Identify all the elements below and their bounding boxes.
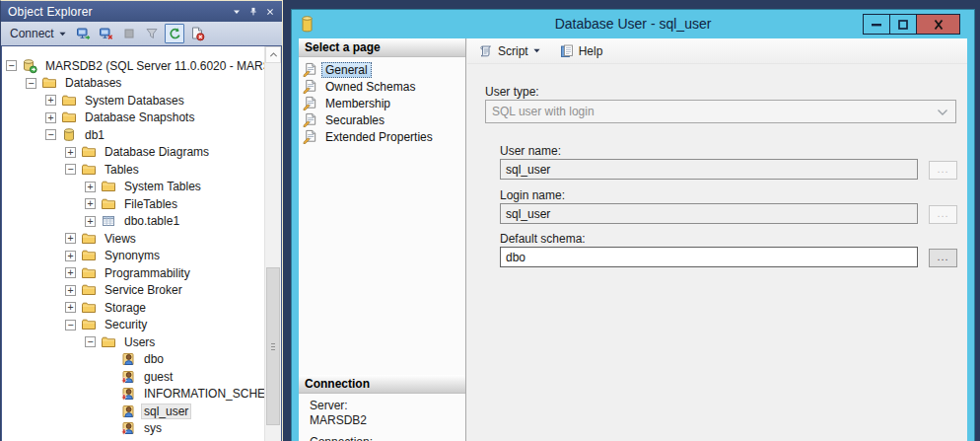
tree-item-label: sys: [141, 420, 165, 436]
page-item-membership[interactable]: Membership: [299, 95, 465, 111]
page-item-extended-properties[interactable]: Extended Properties: [299, 128, 465, 145]
tree-item-database-snapshots[interactable]: +Database Snapshots: [2, 110, 264, 127]
expand-toggle[interactable]: −: [45, 129, 56, 140]
expand-toggle[interactable]: +: [85, 198, 96, 209]
tree-item-programmability[interactable]: +Programmability: [2, 264, 264, 282]
connect-server-icon[interactable]: [74, 24, 94, 43]
tree-item-tables[interactable]: −Tables: [2, 161, 264, 179]
close-icon[interactable]: [261, 4, 278, 20]
close-button[interactable]: [916, 14, 960, 35]
expand-toggle[interactable]: −: [65, 320, 76, 331]
tree-item-guest[interactable]: guest: [2, 368, 264, 386]
script-label: Script: [498, 44, 528, 58]
expand-toggle[interactable]: +: [65, 285, 76, 296]
expand-toggle[interactable]: +: [85, 216, 96, 227]
script-error-icon[interactable]: [187, 24, 207, 43]
expand-toggle[interactable]: −: [6, 60, 17, 71]
folder-icon: [81, 265, 97, 281]
window-position-chevron-icon[interactable]: [228, 4, 245, 20]
tree-item-information-schema[interactable]: INFORMATION_SCHEMA: [2, 386, 264, 404]
tree-item-dbo[interactable]: dbo: [2, 351, 264, 369]
tree-item-synonyms[interactable]: +Synonyms: [2, 248, 264, 265]
expand-toggle[interactable]: +: [45, 112, 56, 123]
tree-item-users[interactable]: −Users: [2, 333, 264, 351]
tree-item-label: dbo.table1: [121, 213, 182, 229]
tree-item-db1[interactable]: −db1: [2, 126, 264, 144]
maximize-button[interactable]: [889, 14, 917, 35]
chevron-down-icon: [58, 31, 67, 37]
tree-item-label: guest: [141, 369, 175, 385]
tree-item-label: dbo: [141, 351, 167, 367]
database-user-dialog: Database User - sql_user Select a page G…: [292, 10, 974, 441]
scrollbar-up-arrow-icon[interactable]: [265, 46, 281, 63]
tree-vertical-scrollbar[interactable]: [264, 46, 281, 441]
tree-item-label: Databases: [62, 75, 124, 91]
dialog-titlebar[interactable]: Database User - sql_user: [292, 10, 974, 38]
folder-icon: [101, 334, 116, 350]
disconnect-server-icon[interactable]: [97, 24, 116, 43]
default-schema-browse-button[interactable]: ...: [929, 249, 957, 267]
user-type-value: SQL user with login: [492, 105, 595, 118]
page-item-label: Extended Properties: [321, 129, 437, 145]
tree-item-system-tables[interactable]: +System Tables: [2, 179, 264, 196]
page-icon: [303, 79, 318, 95]
connect-button[interactable]: Connect: [6, 25, 71, 42]
folder-icon: [81, 282, 97, 298]
expand-toggle[interactable]: −: [26, 78, 36, 89]
expand-toggle[interactable]: +: [45, 95, 56, 106]
chevron-down-icon: [532, 47, 541, 54]
dialog-body: Select a page GeneralOwned SchemasMember…: [299, 38, 967, 441]
scrollbar-grip: [271, 343, 275, 351]
user-type-dropdown: SQL user with login: [485, 100, 956, 123]
default-schema-input[interactable]: [500, 247, 918, 267]
tree-item-label: Security: [102, 317, 150, 332]
page-item-general[interactable]: General: [299, 61, 465, 78]
expand-toggle[interactable]: −: [85, 336, 96, 347]
connection-section: Connection: [299, 375, 465, 394]
user-icon: [120, 404, 136, 419]
expand-toggle[interactable]: +: [85, 182, 96, 192]
minimize-button[interactable]: [863, 14, 890, 35]
tree-item-views[interactable]: +Views: [2, 230, 264, 248]
tree-item-label: FileTables: [121, 196, 180, 212]
expand-toggle[interactable]: +: [65, 302, 76, 313]
pin-icon[interactable]: [245, 4, 261, 20]
folder-icon: [41, 75, 57, 91]
expand-toggle[interactable]: +: [65, 251, 76, 261]
user-x-icon: [120, 420, 136, 436]
tree-item-security[interactable]: −Security: [2, 317, 264, 334]
stop-icon: [119, 24, 139, 43]
default-schema-label: Default schema:: [500, 232, 586, 246]
refresh-icon[interactable]: [165, 24, 184, 43]
object-explorer-toolbar: Connect: [1, 22, 282, 45]
tree-item-filetables[interactable]: +FileTables: [2, 195, 264, 213]
expand-toggle[interactable]: +: [65, 147, 76, 158]
script-button[interactable]: Script: [473, 41, 546, 61]
folder-icon: [61, 110, 77, 125]
scrollbar-thumb[interactable]: [266, 267, 280, 425]
user-x-icon: [120, 369, 136, 385]
tree-item-label: Synonyms: [102, 248, 163, 263]
page-item-owned-schemas[interactable]: Owned Schemas: [299, 78, 465, 95]
tree-item-sys[interactable]: sys: [2, 420, 264, 438]
tree-item-dbo-table1[interactable]: +dbo.table1: [2, 213, 264, 231]
tree-item-service-broker[interactable]: +Service Broker: [2, 282, 264, 300]
tree-item-databases[interactable]: −Databases: [2, 75, 264, 93]
tree-item-storage[interactable]: +Storage: [2, 299, 264, 317]
tree-item-marsdb2-sql-server-11-0-6020-marsd[interactable]: −MARSDB2 (SQL Server 11.0.6020 - MARSD: [2, 57, 264, 75]
page-icon: [303, 62, 318, 78]
tree-item-sql-user[interactable]: sql_user: [2, 403, 264, 420]
expand-toggle[interactable]: +: [65, 233, 76, 244]
database-icon: [61, 127, 77, 143]
object-explorer-panel: Object Explorer Connect −MARSDB2 (SQL Se…: [0, 0, 283, 441]
tree-item-system-databases[interactable]: +System Databases: [2, 92, 264, 110]
page-item-securables[interactable]: Securables: [299, 111, 465, 128]
expand-toggle[interactable]: −: [65, 164, 76, 175]
folder-icon: [81, 248, 97, 263]
database-cylinder-icon: [301, 15, 314, 34]
filter-icon[interactable]: [142, 24, 162, 43]
help-button[interactable]: Help: [554, 41, 608, 61]
tree-item-database-diagrams[interactable]: +Database Diagrams: [2, 144, 264, 162]
user-name-label: User name:: [500, 144, 561, 158]
expand-toggle[interactable]: +: [65, 267, 76, 278]
